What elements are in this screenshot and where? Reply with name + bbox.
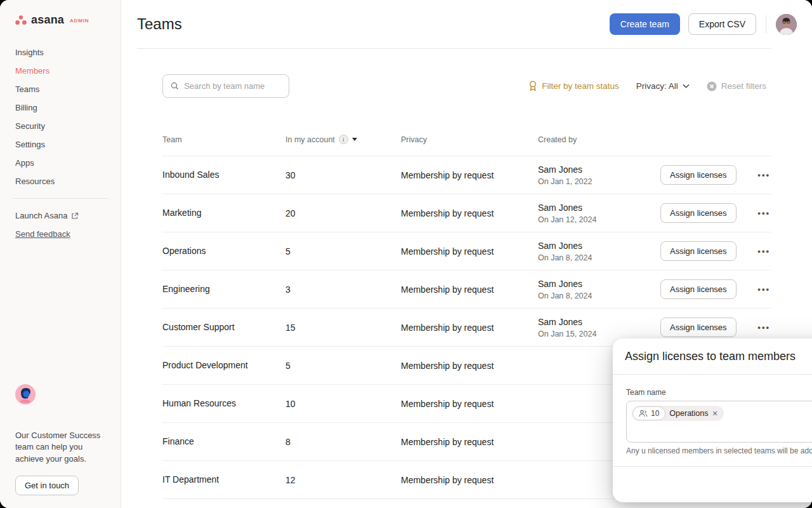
filter-toolbar: Filter by team status Privacy: All Reset… <box>162 74 766 98</box>
clear-circle-icon <box>707 81 717 91</box>
table-row: Marketing 20 Membership by request Sam J… <box>162 194 771 232</box>
table-row: Inbound Sales 30 Membership by request S… <box>162 156 771 194</box>
creator-name: Sam Jones <box>538 201 660 214</box>
privacy-cell: Membership by request <box>401 208 538 218</box>
assign-licenses-button[interactable]: Assign licenses <box>660 241 737 261</box>
team-name-cell[interactable]: Customer Support <box>162 321 285 334</box>
filter-controls: Filter by team status Privacy: All Reset… <box>528 81 766 91</box>
sidebar-item-apps[interactable]: Apps <box>0 154 121 172</box>
sidebar-item-teams[interactable]: Teams <box>0 80 121 98</box>
sidebar: asana ADMIN Insights Members Teams Billi… <box>0 0 121 508</box>
privacy-cell: Membership by request <box>401 284 538 295</box>
created-by-cell: Sam Jones On Jan 8, 2024 <box>538 239 660 264</box>
team-name-cell[interactable]: IT Department <box>162 473 285 486</box>
asana-logo-icon <box>15 15 27 25</box>
created-date: On Jan 12, 2024 <box>538 214 660 225</box>
created-by-cell: Sam Jones On Jan 15, 2024 <box>538 316 660 340</box>
sidebar-item-members[interactable]: Members <box>0 62 121 80</box>
sidebar-item-security[interactable]: Security <box>0 117 121 135</box>
team-name-cell[interactable]: Operations <box>162 244 285 258</box>
customer-success-icon <box>15 384 36 404</box>
sidebar-item-billing[interactable]: Billing <box>0 98 121 117</box>
assign-licenses-button[interactable]: Assign licenses <box>660 318 737 337</box>
created-date: On Jan 1, 2022 <box>538 176 660 187</box>
sidebar-item-settings[interactable]: Settings <box>0 135 121 154</box>
badge-icon <box>528 81 537 91</box>
team-search-box[interactable] <box>162 74 289 98</box>
column-header-in-my-account[interactable]: In my account i <box>285 135 401 144</box>
chip-remove-icon[interactable]: ✕ <box>712 410 718 418</box>
row-overflow-menu-icon[interactable]: ••• <box>757 323 770 331</box>
sidebar-divider <box>13 198 108 199</box>
creator-name: Sam Jones <box>538 239 660 252</box>
created-by-cell: Sam Jones On Jan 1, 2022 <box>538 163 660 187</box>
privacy-cell: Membership by request <box>401 475 538 485</box>
team-name-input[interactable]: 10 Operations ✕ <box>626 401 812 443</box>
sidebar-item-resources[interactable]: Resources <box>0 172 121 190</box>
assign-licenses-button[interactable]: Assign licenses <box>660 165 737 185</box>
privacy-cell: Membership by request <box>401 399 538 409</box>
creator-name: Sam Jones <box>538 316 660 328</box>
info-icon[interactable]: i <box>339 135 348 144</box>
created-date: On Jan 8, 2024 <box>538 290 660 302</box>
modal-header: Assign licenses to team members ✕ <box>613 338 812 374</box>
launch-asana-link[interactable]: Launch Asana <box>0 206 121 225</box>
row-overflow-menu-icon[interactable]: ••• <box>757 209 770 217</box>
brand-admin-badge: ADMIN <box>70 16 89 23</box>
billing-helper-text: Any u nlicensed members in selected team… <box>626 446 812 455</box>
search-input[interactable] <box>184 81 281 91</box>
team-name-cell[interactable]: Human Resources <box>162 397 285 410</box>
team-name-cell[interactable]: Inbound Sales <box>162 168 285 182</box>
privacy-filter-dropdown[interactable]: Privacy: All <box>636 81 690 91</box>
member-count-cell: 10 <box>285 399 401 409</box>
row-overflow-menu-icon[interactable]: ••• <box>757 285 770 293</box>
assign-licenses-button[interactable]: Assign licenses <box>660 203 737 223</box>
privacy-cell: Membership by request <box>401 323 538 333</box>
table-row: Operations 5 Membership by request Sam J… <box>162 232 771 271</box>
chevron-down-icon <box>683 84 690 88</box>
team-name-cell[interactable]: Product Development <box>162 359 285 372</box>
sort-caret-icon[interactable] <box>352 138 357 141</box>
privacy-cell: Membership by request <box>401 170 538 180</box>
selected-team-chip: 10 Operations ✕ <box>632 406 724 421</box>
created-by-cell: Sam Jones On Jan 8, 2024 <box>538 277 660 302</box>
export-csv-button[interactable]: Export CSV <box>688 13 756 35</box>
member-count-cell: 12 <box>285 475 401 485</box>
column-header-created-by[interactable]: Created by <box>538 135 660 144</box>
page-title: Teams <box>137 15 182 33</box>
member-count-pill: 10 <box>632 406 665 420</box>
admin-console-window: asana ADMIN Insights Members Teams Billi… <box>0 0 812 508</box>
member-count-cell: 5 <box>285 246 401 257</box>
modal-body: Team name 10 Operations <box>613 375 812 466</box>
created-by-cell: Sam Jones On Jan 12, 2024 <box>538 201 660 225</box>
creator-name: Sam Jones <box>538 163 660 176</box>
member-count-cell: 15 <box>285 323 401 333</box>
column-header-team[interactable]: Team <box>162 135 285 144</box>
user-avatar[interactable] <box>776 14 797 35</box>
modal-title: Assign licenses to team members <box>625 350 796 363</box>
create-team-button[interactable]: Create team <box>610 13 680 35</box>
get-in-touch-button[interactable]: Get in touch <box>15 476 79 495</box>
team-name-cell[interactable]: Engineering <box>162 283 285 296</box>
row-overflow-menu-icon[interactable]: ••• <box>757 171 770 179</box>
people-icon <box>639 410 648 417</box>
page-header: Teams Create team Export CSV <box>121 0 812 35</box>
customer-success-promo: Our Customer Success team can help you a… <box>0 384 121 508</box>
column-header-privacy[interactable]: Privacy <box>401 135 538 144</box>
team-name-cell[interactable]: Marketing <box>162 206 285 220</box>
privacy-cell: Membership by request <box>401 437 538 447</box>
team-name-cell[interactable]: Finance <box>162 435 285 448</box>
reset-filters-button[interactable]: Reset filters <box>707 81 766 91</box>
header-rule <box>137 48 771 49</box>
member-count-cell: 5 <box>285 361 401 371</box>
row-overflow-menu-icon[interactable]: ••• <box>757 247 770 255</box>
promo-text: Our Customer Success team can help you a… <box>15 430 108 465</box>
privacy-cell: Membership by request <box>401 361 538 371</box>
filter-by-team-status-button[interactable]: Filter by team status <box>528 81 619 91</box>
assign-licenses-button[interactable]: Assign licenses <box>660 279 737 299</box>
sidebar-item-insights[interactable]: Insights <box>0 43 121 62</box>
brand-logo: asana ADMIN <box>0 0 121 25</box>
send-feedback-link[interactable]: Send feedback <box>0 225 121 243</box>
creator-name: Sam Jones <box>538 277 660 290</box>
header-divider <box>766 15 766 33</box>
